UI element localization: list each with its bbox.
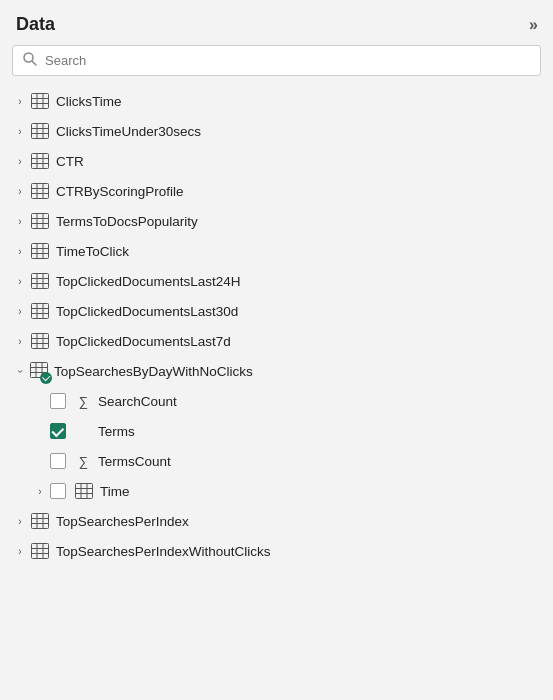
chevron-icon: ›	[12, 126, 28, 137]
data-panel: Data » › ClicksTime › ClicksTime	[0, 0, 553, 700]
table-icon	[30, 513, 50, 529]
svg-line-1	[33, 62, 37, 66]
child-item-SearchCount[interactable]: › ∑ SearchCount	[28, 386, 545, 416]
checkbox-Time[interactable]	[50, 483, 66, 499]
search-icon	[23, 52, 37, 69]
svg-rect-27	[32, 244, 49, 259]
table-icon	[30, 153, 50, 169]
checkbox-SearchCount[interactable]	[50, 393, 66, 409]
chevron-icon: ›	[12, 156, 28, 167]
expanded-children: › ∑ SearchCount › ∑ Terms › ∑ TermsCount	[8, 386, 545, 506]
sigma-icon: ∑	[74, 454, 92, 469]
child-item-Terms[interactable]: › ∑ Terms	[28, 416, 545, 446]
svg-rect-37	[32, 304, 49, 319]
chevron-icon: ›	[12, 246, 28, 257]
table-icon	[30, 333, 50, 349]
item-label: TopSearchesByDayWithNoClicks	[54, 364, 253, 379]
table-icon	[30, 303, 50, 319]
item-label: TopClickedDocumentsLast24H	[56, 274, 241, 289]
item-label: ClicksTimeUnder30secs	[56, 124, 201, 139]
chevron-icon: ›	[32, 486, 48, 497]
tree-item-TopClickedDocumentsLast24H[interactable]: › TopClickedDocumentsLast24H	[8, 266, 545, 296]
chevron-icon: ›	[12, 216, 28, 227]
table-icon	[30, 543, 50, 559]
search-input[interactable]	[45, 53, 530, 68]
tree-item-TermsToDocsPopularity[interactable]: › TermsToDocsPopularity	[8, 206, 545, 236]
child-label: TermsCount	[98, 454, 171, 469]
data-tree: › ClicksTime › ClicksTimeUnder30secs › C…	[0, 86, 553, 566]
table-icon-time	[74, 483, 94, 499]
item-label: TopSearchesPerIndex	[56, 514, 189, 529]
child-item-TermsCount[interactable]: › ∑ TermsCount	[28, 446, 545, 476]
chevron-icon: ›	[12, 516, 28, 527]
item-label: TopClickedDocumentsLast30d	[56, 304, 238, 319]
tree-item-TopSearchesPerIndex[interactable]: › TopSearchesPerIndex	[8, 506, 545, 536]
tree-item-TopSearchesPerIndexWithoutClicks[interactable]: › TopSearchesPerIndexWithoutClicks	[8, 536, 545, 566]
table-icon	[30, 183, 50, 199]
svg-rect-32	[32, 274, 49, 289]
svg-point-0	[24, 53, 33, 62]
checkbox-TermsCount[interactable]	[50, 453, 66, 469]
expand-button[interactable]: »	[529, 16, 537, 34]
svg-rect-2	[32, 94, 49, 109]
child-label-terms: Terms	[98, 424, 135, 439]
tree-item-ClicksTimeUnder30secs[interactable]: › ClicksTimeUnder30secs	[8, 116, 545, 146]
chevron-open-icon: ›	[15, 363, 26, 379]
table-icon	[30, 243, 50, 259]
tree-item-CTR[interactable]: › CTR	[8, 146, 545, 176]
check-badge	[40, 372, 52, 384]
child-item-Time[interactable]: › Time	[28, 476, 545, 506]
checkbox-Terms[interactable]	[50, 423, 66, 439]
tree-item-TopClickedDocumentsLast30d[interactable]: › TopClickedDocumentsLast30d	[8, 296, 545, 326]
tree-item-CTRByScoringProfile[interactable]: › CTRByScoringProfile	[8, 176, 545, 206]
chevron-icon: ›	[12, 186, 28, 197]
tree-item-TopSearchesByDayWithNoClicks[interactable]: › TopSearchesByDayWithNoClicks	[8, 356, 545, 386]
svg-rect-62	[32, 544, 49, 559]
svg-rect-17	[32, 184, 49, 199]
child-label: SearchCount	[98, 394, 177, 409]
table-icon-wrap	[30, 362, 48, 381]
table-icon	[30, 123, 50, 139]
panel-header: Data »	[0, 0, 553, 45]
tree-item-ClicksTime[interactable]: › ClicksTime	[8, 86, 545, 116]
svg-rect-7	[32, 124, 49, 139]
panel-title: Data	[16, 14, 55, 35]
svg-rect-52	[76, 484, 93, 499]
item-label: TermsToDocsPopularity	[56, 214, 198, 229]
svg-rect-57	[32, 514, 49, 529]
item-label: TopClickedDocumentsLast7d	[56, 334, 231, 349]
item-label: CTR	[56, 154, 84, 169]
item-label: TopSearchesPerIndexWithoutClicks	[56, 544, 271, 559]
chevron-icon: ›	[12, 336, 28, 347]
tree-item-TopClickedDocumentsLast7d[interactable]: › TopClickedDocumentsLast7d	[8, 326, 545, 356]
item-label: TimeToClick	[56, 244, 129, 259]
item-label: ClicksTime	[56, 94, 122, 109]
svg-rect-42	[32, 334, 49, 349]
chevron-icon: ›	[12, 96, 28, 107]
tree-item-TimeToClick[interactable]: › TimeToClick	[8, 236, 545, 266]
chevron-icon: ›	[12, 546, 28, 557]
table-icon	[30, 273, 50, 289]
table-icon	[30, 213, 50, 229]
search-bar	[12, 45, 541, 76]
chevron-icon: ›	[12, 276, 28, 287]
table-icon	[30, 93, 50, 109]
sigma-icon: ∑	[74, 394, 92, 409]
svg-rect-22	[32, 214, 49, 229]
child-label-time: Time	[100, 484, 130, 499]
svg-rect-12	[32, 154, 49, 169]
chevron-icon: ›	[12, 306, 28, 317]
item-label: CTRByScoringProfile	[56, 184, 184, 199]
